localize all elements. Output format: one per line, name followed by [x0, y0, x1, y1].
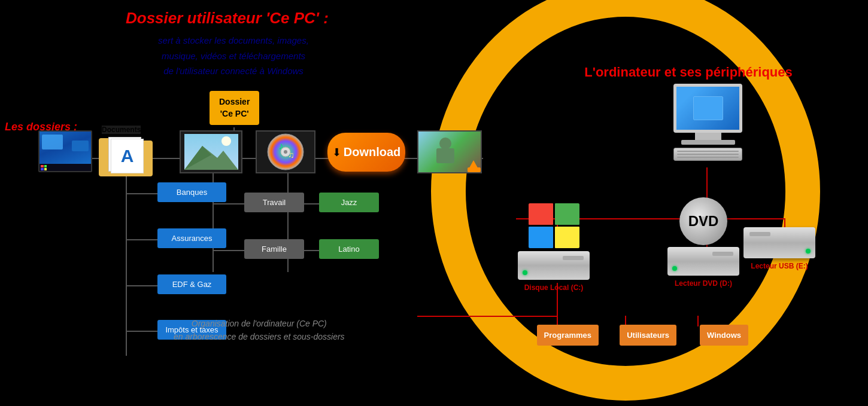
impots-hline — [126, 331, 159, 332]
svg-point-3 — [221, 136, 231, 146]
banques-folder: Banques — [157, 182, 226, 202]
les-dossiers-label: Les dossiers : — [5, 121, 77, 133]
doc-sub-vline — [126, 158, 127, 356]
documents-label: Documents — [102, 126, 141, 134]
dvd-drive-label: Lecteur DVD (D:) — [675, 279, 732, 288]
documents-folder: Documents A — [99, 126, 159, 176]
windows-drive: Disque Local (C:) — [518, 203, 590, 292]
img-h2 — [213, 250, 245, 251]
img-sub-vline — [213, 158, 214, 272]
assurances-hline — [126, 239, 159, 240]
video-folder — [417, 130, 482, 173]
download-button[interactable]: ⬇ Download — [327, 133, 405, 172]
utilisateurs-folder: Utilisateurs — [620, 325, 676, 346]
images-folder — [180, 130, 242, 173]
windows-screenshot — [38, 130, 92, 172]
img-h1 — [213, 203, 245, 204]
dvd-drive: DVD Lecteur DVD (D:) — [667, 197, 739, 288]
windows-folder: Windows — [700, 325, 748, 346]
famille-folder: Famille — [244, 239, 304, 259]
org-note: Organisation de l'ordinateur (Ce PC) en … — [174, 317, 345, 344]
right-title: L'ordinateur et ses périphériques — [515, 65, 862, 80]
main-title: Dossier utilisateur 'Ce PC' : — [126, 9, 329, 28]
computer-monitor — [673, 84, 742, 161]
travail-folder: Travail — [244, 193, 304, 212]
dossier-cepc-box: Dossier'Ce PC' — [210, 91, 259, 125]
svg-point-6 — [284, 150, 287, 154]
edf-hline — [126, 285, 159, 286]
diskc-sub-hline — [417, 316, 558, 317]
win-vline-sub — [697, 316, 699, 326]
music-folder: ♪ ♫ — [256, 130, 315, 173]
usb-drive: Lecteur USB (E:) — [743, 227, 815, 270]
download-label: Download — [344, 145, 401, 159]
usb-drive-label: Lecteur USB (E:) — [751, 262, 808, 270]
edf-folder: EDF & Gaz — [157, 274, 226, 294]
jazz-folder: Jazz — [319, 193, 379, 212]
svg-text:♫: ♫ — [288, 150, 295, 160]
banques-hline — [126, 193, 159, 194]
win-drive-label: Disque Local (C:) — [524, 283, 584, 292]
assurances-folder: Assurances — [157, 228, 226, 248]
subtitle: sert à stocker les documents, images, mu… — [105, 33, 362, 79]
programmes-folder: Programmes — [537, 325, 599, 346]
latino-folder: Latino — [319, 239, 379, 259]
svg-text:♪: ♪ — [278, 140, 284, 152]
